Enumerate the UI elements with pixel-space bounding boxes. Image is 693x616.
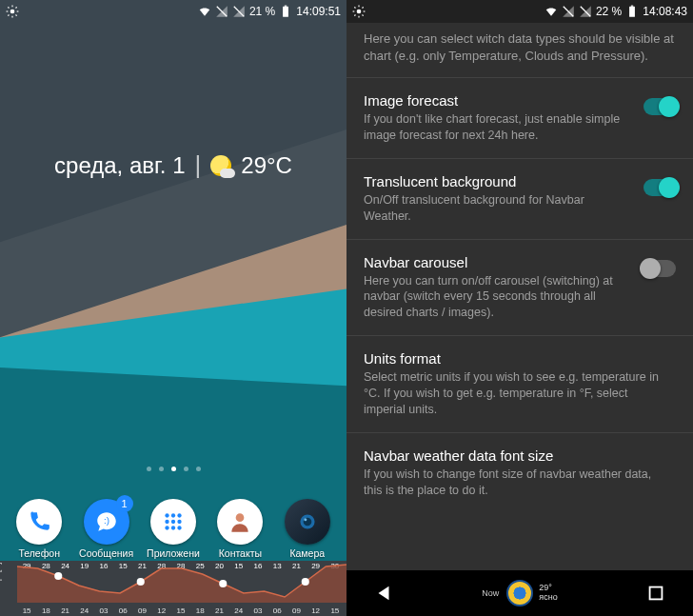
svg-point-26 [304, 518, 307, 521]
page-dot[interactable] [196, 467, 201, 471]
setting-intro-text: Here you can select witch data types sho… [346, 23, 693, 77]
app-contacts[interactable]: Контакты [208, 499, 271, 559]
wifi-icon [198, 5, 211, 18]
svg-line-37 [363, 15, 364, 16]
svg-point-20 [165, 526, 168, 529]
app-phone[interactable]: Телефон [8, 499, 70, 559]
svg-point-30 [302, 578, 309, 586]
app-label: Камера [289, 547, 325, 559]
phone-icon [16, 499, 62, 545]
setting-title: Image forecast [364, 92, 632, 109]
setting-desc: If you wish to change font size of navba… [364, 467, 664, 499]
battery-percent: 22 % [596, 5, 622, 18]
status-bar[interactable]: 22 % 14:08:43 [346, 0, 693, 23]
temp-line [17, 561, 346, 603]
svg-line-8 [16, 7, 17, 8]
chart-hour-labels: 1518212403060912151821240306091215 [17, 606, 345, 615]
clock: 14:09:51 [296, 5, 341, 18]
nav-now-label: Now [482, 588, 499, 598]
setting-item[interactable]: Units format Select metric units if you … [346, 335, 693, 432]
brightness-icon [6, 5, 19, 18]
svg-point-22 [177, 526, 181, 529]
app-messages[interactable]: :) 1 Сообщения [75, 499, 138, 559]
signal-icon [232, 5, 246, 18]
divider: | [195, 150, 202, 180]
signal-icon [215, 5, 228, 18]
home-screen: 21 % 14:09:51 среда, авг. 1 | 29°C Телеф… [0, 0, 346, 616]
page-dot[interactable] [147, 467, 151, 471]
battery-percent: 21 % [249, 5, 275, 18]
svg-point-15 [171, 513, 175, 517]
widget-date: среда, авг. 1 [54, 152, 185, 179]
sun-icon [506, 580, 533, 606]
svg-point-29 [219, 580, 227, 587]
svg-rect-11 [283, 7, 288, 17]
svg-line-6 [16, 15, 17, 16]
navbar-weather-chart[interactable]: Temp. [C] 292824191615212828252015161321… [0, 561, 346, 616]
svg-point-17 [165, 520, 168, 524]
setting-title: Units format [364, 350, 664, 367]
sun-cloud-icon [210, 155, 231, 176]
camera-icon [285, 499, 330, 545]
page-dot[interactable] [184, 467, 188, 471]
setting-title: Navbar carousel [364, 254, 632, 270]
svg-line-39 [363, 7, 364, 8]
svg-point-21 [171, 526, 175, 529]
svg-point-23 [236, 513, 245, 522]
navbar-weather-widget[interactable]: Now 29° ясно [482, 580, 557, 606]
setting-item[interactable]: Image forecast If you don't like chart f… [346, 77, 693, 158]
app-label: Телефон [18, 547, 60, 559]
toggle-switch[interactable] [644, 179, 676, 196]
settings-list[interactable]: Here you can select witch data types sho… [346, 23, 693, 570]
page-dot[interactable] [171, 467, 176, 471]
setting-item[interactable]: Navbar weather data font size If you wis… [346, 432, 693, 513]
dock: Телефон :) 1 Сообщения Приложени Контакт… [0, 499, 346, 559]
app-label: Сообщения [79, 547, 133, 559]
battery-icon [279, 5, 292, 18]
badge: 1 [116, 495, 133, 512]
svg-point-28 [137, 578, 145, 586]
svg-point-14 [165, 513, 168, 517]
app-camera[interactable]: Камера [276, 499, 339, 559]
svg-line-38 [354, 15, 355, 16]
toggle-switch[interactable] [644, 98, 676, 115]
setting-item[interactable]: Navbar carousel Here you can turn on/off… [346, 239, 693, 336]
brightness-icon [352, 5, 366, 18]
apps-icon [150, 499, 196, 545]
app-label: Контакты [219, 547, 262, 559]
toggle-switch[interactable] [644, 260, 676, 277]
svg-point-19 [177, 520, 181, 524]
svg-rect-12 [285, 6, 287, 7]
android-navbar: Now 29° ясно [346, 570, 693, 616]
app-label: Приложени [147, 547, 200, 559]
nav-cond: ясно [539, 593, 557, 603]
nav-back[interactable] [373, 583, 394, 604]
setting-desc: Select metric units if you wish to see e… [364, 369, 664, 418]
page-dot[interactable] [159, 467, 164, 471]
setting-title: Navbar weather data font size [364, 447, 664, 464]
svg-line-36 [354, 7, 355, 8]
weather-widget[interactable]: среда, авг. 1 | 29°C [0, 150, 346, 180]
svg-text::): :) [104, 515, 109, 526]
svg-point-18 [171, 520, 175, 524]
signal-icon [579, 5, 592, 18]
nav-recent[interactable] [645, 583, 666, 604]
svg-point-16 [177, 513, 181, 517]
signal-icon [562, 5, 575, 18]
widget-temp: 29°C [241, 152, 292, 179]
svg-point-0 [10, 10, 15, 14]
clock: 14:08:43 [643, 5, 687, 18]
svg-point-27 [54, 572, 62, 580]
svg-point-31 [357, 10, 362, 14]
setting-desc: On/Off translucent background for Navbar… [364, 192, 632, 225]
svg-rect-42 [629, 7, 635, 17]
page-indicator[interactable] [0, 467, 346, 471]
settings-screen: 22 % 14:08:43 Here you can select witch … [346, 0, 693, 616]
setting-title: Translucent background [364, 173, 632, 189]
app-drawer[interactable]: Приложени [142, 499, 205, 559]
status-bar[interactable]: 21 % 14:09:51 [0, 0, 346, 23]
setting-item[interactable]: Translucent background On/Off translucen… [346, 158, 693, 239]
svg-rect-44 [650, 587, 663, 600]
setting-desc: If you don't like chart forecast, just e… [364, 111, 632, 144]
setting-desc: Here you can turn on/off carousel (switc… [364, 273, 632, 322]
